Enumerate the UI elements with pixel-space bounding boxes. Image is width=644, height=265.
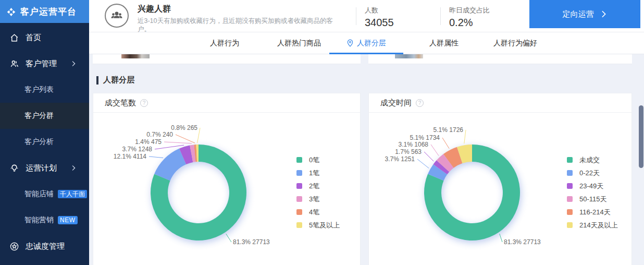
stat-value: 34055	[365, 17, 394, 29]
crowd-name: 兴趣人群	[138, 4, 338, 15]
legend-item-2笔[interactable]: 2笔	[296, 179, 340, 192]
label-leader-line	[164, 142, 192, 143]
slice-label-214天及以上: 5.1% 1726	[434, 126, 463, 134]
card-header: 成交时间 ?	[369, 93, 631, 113]
legend-label: 23-49天	[579, 182, 603, 191]
tab-item-1[interactable]: 人群行为	[210, 32, 239, 54]
legend-label: 214天及以上	[579, 221, 618, 230]
label-leader-line	[431, 144, 439, 156]
pin-icon	[346, 39, 354, 47]
sidebar-item-1[interactable]: 首页	[0, 25, 89, 51]
tab-item-5[interactable]: 人群行为偏好	[493, 32, 537, 54]
sidebar-item-label: 首页	[26, 33, 41, 43]
legend-swatch	[296, 170, 302, 176]
product-photo-fragment	[121, 54, 150, 58]
sidebar-item-label: 客户管理	[26, 59, 57, 69]
sidebar-item-7[interactable]: 智能店铺千人千面	[0, 181, 89, 207]
deal-time-donut-chart: 81.3% 277133.7% 12511.7% 5633.1% 10685.1…	[369, 93, 631, 265]
bulb-icon	[9, 163, 19, 173]
sidebar-item-6[interactable]: 运营计划	[0, 155, 89, 181]
tab-label: 人群行为偏好	[493, 39, 537, 48]
legend-swatch	[296, 196, 302, 202]
sidebar: 客户运营平台 首页客户管理客户列表客户分群客户分析运营计划智能店铺千人千面智能营…	[0, 0, 89, 265]
sidebar-item-label: 客户分群	[24, 111, 54, 121]
legend-swatch	[567, 222, 573, 228]
legend-item-0-22天[interactable]: 0-22天	[567, 166, 618, 179]
sidebar-item-label: 忠诚度管理	[26, 242, 65, 251]
label-leader-line	[442, 138, 449, 149]
slice-label-4笔: 0.7% 240	[146, 131, 173, 138]
legend-item-0笔[interactable]: 0笔	[296, 153, 340, 166]
section-header: 人群分层	[96, 75, 134, 85]
deal-time-card: 成交时间 ? 81.3% 277133.7% 12511.7% 5633.1% …	[368, 93, 632, 265]
label-leader-line	[417, 159, 429, 168]
scrolled-card-remnant	[93, 54, 361, 64]
help-icon[interactable]: ?	[416, 99, 424, 107]
sidebar-item-label: 智能店铺	[24, 189, 54, 199]
slice-label-0笔: 81.3% 27713	[233, 238, 270, 246]
legend-item-未成交[interactable]: 未成交	[567, 153, 618, 166]
legend-item-1笔[interactable]: 1笔	[296, 166, 340, 179]
tab-label: 人群热门商品	[277, 39, 321, 48]
legend-label: 5笔及以上	[309, 221, 340, 230]
sidebar-item-4[interactable]: 客户分群	[0, 103, 89, 129]
sidebar-item-badge: 千人千面	[58, 190, 87, 198]
tab-bar: 人群行为人群热门商品人群分层人群属性人群行为偏好	[89, 32, 644, 54]
legend-item-50-115天[interactable]: 50-115天	[567, 192, 618, 206]
sidebar-item-3[interactable]: 客户列表	[0, 77, 89, 103]
legend-item-23-49天[interactable]: 23-49天	[567, 179, 618, 192]
users-icon	[9, 59, 19, 69]
legend-label: 2笔	[309, 182, 319, 191]
stat-label: 昨日成交占比	[449, 6, 490, 15]
sidebar-item-9[interactable]: 忠诚度管理	[0, 233, 89, 259]
sidebar-item-label: 智能营销	[24, 215, 54, 225]
targeted-operation-button[interactable]: 定向运营	[529, 0, 640, 28]
sidebar-item-8[interactable]: 智能营销NEW	[0, 207, 89, 233]
legend-item-116-214天[interactable]: 116-214天	[567, 206, 618, 219]
legend-swatch	[567, 209, 573, 215]
star-icon	[9, 242, 19, 251]
legend-label: 116-214天	[579, 208, 611, 217]
label-leader-line	[149, 156, 163, 158]
stat-deal-ratio: 昨日成交占比 0.2%	[449, 6, 490, 29]
tab-label: 人群属性	[429, 39, 459, 48]
scrolled-card-remnant	[368, 54, 632, 64]
pinwheel-logo-icon	[6, 7, 16, 17]
sidebar-item-label: 客户分析	[24, 137, 54, 147]
sidebar-item-label: 运营计划	[26, 163, 57, 173]
divider	[356, 7, 356, 25]
main-content: 人群分层 成交笔数 ? 81.3% 2771312.1% 41143.7% 12…	[89, 54, 644, 265]
legend-swatch	[567, 196, 573, 202]
vertical-scrollbar-thumb[interactable]	[639, 105, 643, 168]
sidebar-item-badge: NEW	[58, 216, 78, 224]
chevron-right-icon	[71, 165, 77, 171]
legend-item-5笔及以上[interactable]: 5笔及以上	[296, 219, 340, 232]
section-title: 人群分层	[103, 75, 134, 85]
card-title: 成交时间	[380, 98, 412, 108]
help-icon[interactable]: ?	[140, 99, 148, 107]
legend-label: 未成交	[579, 155, 600, 165]
legend-label: 4笔	[309, 208, 319, 217]
sidebar-nav: 首页客户管理客户列表客户分群客户分析运营计划智能店铺千人千面智能营销NEW忠诚度…	[0, 25, 89, 259]
legend-item-4笔[interactable]: 4笔	[296, 206, 340, 219]
product-photo-fragment	[395, 54, 423, 58]
tab-label: 人群行为	[210, 39, 239, 48]
tab-item-2[interactable]: 人群热门商品	[277, 32, 321, 54]
sidebar-item-label: 客户列表	[24, 85, 54, 94]
sidebar-item-2[interactable]: 客户管理	[0, 51, 89, 77]
sidebar-item-5[interactable]: 客户分析	[0, 129, 89, 155]
tab-item-3[interactable]: 人群分层	[346, 32, 386, 54]
legend-item-3笔[interactable]: 3笔	[296, 192, 340, 206]
legend-label: 50-115天	[579, 195, 607, 204]
chevron-right-icon	[71, 61, 77, 67]
app-logo[interactable]: 客户运营平台	[0, 0, 89, 23]
tab-item-4[interactable]: 人群属性	[429, 32, 459, 54]
label-leader-line	[424, 152, 434, 161]
chart-legend: 未成交0-22天23-49天50-115天116-214天214天及以上	[567, 153, 618, 232]
slice-label-未成交: 81.3% 27713	[504, 238, 541, 246]
legend-swatch	[296, 209, 302, 215]
legend-item-214天及以上[interactable]: 214天及以上	[567, 219, 618, 232]
legend-label: 0-22天	[579, 168, 600, 178]
legend-label: 3笔	[309, 195, 319, 204]
tab-label: 人群分层	[357, 39, 386, 48]
